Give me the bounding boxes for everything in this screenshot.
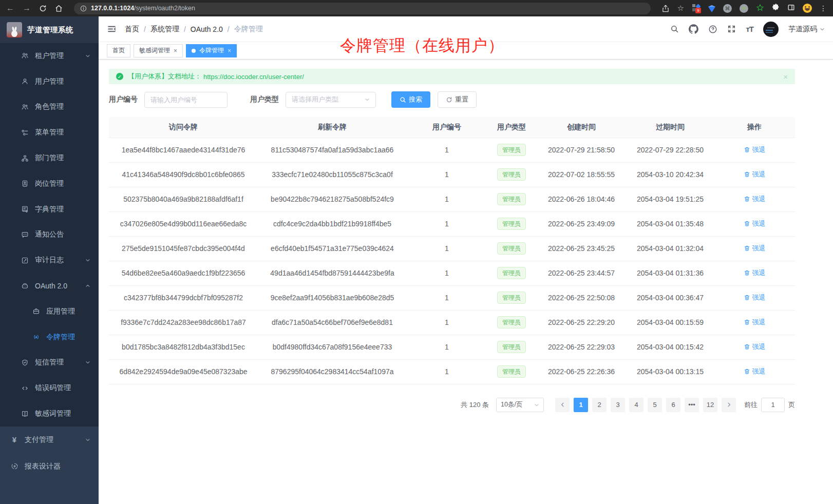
home-icon[interactable] (55, 5, 63, 12)
user-type-cell: 管理员 (487, 138, 536, 162)
hamburger-icon[interactable] (107, 24, 117, 34)
sidebar-item[interactable]: 部门管理 (0, 145, 99, 171)
force-logout-button[interactable]: 强退 (744, 195, 766, 204)
reset-button[interactable]: 重置 (438, 91, 477, 108)
force-logout-button[interactable]: 强退 (744, 318, 766, 327)
doc-link[interactable]: https://doc.iocoder.cn/user-center/ (203, 73, 304, 81)
extension-command-icon[interactable]: ⌘ (723, 4, 732, 13)
sidebar-item[interactable]: 通知公告 (0, 222, 99, 248)
force-logout-button[interactable]: 强退 (744, 145, 766, 154)
page-button[interactable]: 1 (574, 398, 588, 412)
page-button[interactable]: 5 (648, 398, 662, 412)
user-id-input[interactable] (144, 92, 228, 108)
user-id-cell: 1 (407, 211, 487, 236)
share-icon[interactable] (662, 5, 669, 12)
page-button[interactable]: 2 (592, 398, 607, 412)
table-row: 6d842e2924594de9a09e45e087323abe8796295f… (109, 359, 795, 384)
reload-icon[interactable] (39, 5, 47, 12)
sidebar-item[interactable]: 用户管理 (0, 69, 99, 94)
expire-time-cell: 2054-03-04 01:31:36 (627, 261, 714, 285)
extension-blocks-icon[interactable]: 9 (692, 4, 701, 12)
page-button[interactable]: 4 (629, 398, 643, 412)
force-logout-button[interactable]: 强退 (744, 170, 766, 179)
action-cell: 强退 (714, 359, 795, 384)
sidebar-item[interactable]: 角色管理 (0, 94, 99, 120)
bookmark-star-icon[interactable]: ☆ (677, 4, 684, 13)
breadcrumb-item[interactable]: 系统管理 (150, 25, 179, 34)
github-icon[interactable] (689, 24, 698, 34)
back-icon[interactable]: ← (6, 4, 14, 12)
sidebar-item[interactable]: 应用管理 (0, 299, 99, 324)
active-dot (192, 49, 196, 53)
sidebar-item[interactable]: 审计日志 (0, 247, 99, 273)
user-id-cell: 1 (407, 236, 487, 261)
sidebar-item[interactable]: OAuth 2.0 (0, 273, 99, 299)
forward-icon[interactable]: → (23, 4, 31, 12)
trash-icon (744, 269, 750, 276)
force-logout-button[interactable]: 强退 (744, 268, 766, 278)
user-avatar[interactable] (763, 22, 779, 37)
message-icon (21, 231, 29, 239)
extension-puzzle-icon[interactable] (772, 4, 780, 13)
sidebar-item[interactable]: 令牌管理 (0, 324, 99, 350)
table-row: c347026e805e4d99b0d116eae66eda8ccdfc4ce9… (109, 211, 795, 236)
page-button[interactable]: 3 (611, 398, 625, 412)
side-panel-icon[interactable] (787, 4, 795, 13)
app-logo-bar[interactable]: 芋道管理系统 (0, 16, 99, 43)
force-logout-button[interactable]: 强退 (744, 367, 766, 376)
refresh-token-cell: 333ecfc71e02480cb11055c875c3ca0f (258, 162, 407, 187)
more-pages-button[interactable]: ••• (685, 398, 699, 412)
browser-menu-icon[interactable]: ⋮ (820, 5, 827, 12)
extension-star-icon[interactable] (756, 4, 764, 13)
fullscreen-icon[interactable] (727, 25, 736, 33)
breadcrumb-item[interactable]: OAuth 2.0 (191, 25, 223, 33)
force-logout-button[interactable]: 强退 (744, 293, 766, 302)
edit-log-icon (21, 257, 29, 264)
search-icon[interactable] (670, 25, 679, 33)
address-bar[interactable]: 127.0.0.1:1024/system/oauth2/token (74, 3, 651, 14)
sidebar-item[interactable]: 字典管理 (0, 197, 99, 222)
sidebar-item[interactable]: 错误码管理 (0, 375, 99, 401)
prev-page-button[interactable] (555, 398, 570, 412)
user-type-tag: 管理员 (497, 168, 526, 181)
force-logout-button[interactable]: 强退 (744, 244, 766, 253)
force-logout-button[interactable]: 强退 (744, 342, 766, 352)
sidebar-item[interactable]: ¥支付管理 (0, 427, 99, 453)
page-button[interactable]: 12 (703, 398, 717, 412)
profile-avatar-icon[interactable] (803, 4, 812, 13)
next-page-button[interactable] (722, 398, 736, 412)
user-type-tag: 管理员 (497, 292, 526, 304)
page-button[interactable]: 6 (666, 398, 680, 412)
browser-toolbar: ← → 127.0.0.1:1024/system/oauth2/token ☆… (0, 0, 833, 16)
user-menu[interactable]: 芋道源码 (788, 25, 825, 34)
sidebar-item[interactable]: 敏感词管理 (0, 401, 99, 427)
font-size-icon[interactable]: тT (746, 25, 753, 33)
table-row: 1ea5e44f8bc1467aaede43144f31de76811c5304… (109, 138, 795, 162)
sidebar-item[interactable]: 菜单管理 (0, 120, 99, 145)
tab-item[interactable]: 首页 (107, 44, 130, 57)
user-type-select[interactable]: 请选择用户类型 (286, 92, 376, 108)
close-icon[interactable]: × (783, 72, 788, 81)
goto-page-input[interactable] (761, 398, 785, 412)
sidebar-item[interactable]: 报表设计器 (0, 453, 99, 480)
help-icon[interactable] (708, 25, 717, 34)
extension-gem-icon[interactable] (708, 7, 715, 12)
tab-item[interactable]: 敏感词管理× (134, 44, 183, 57)
tab-active[interactable]: 令牌管理× (186, 44, 237, 57)
extension-dot-icon[interactable] (740, 4, 748, 13)
open-book-icon (21, 410, 29, 418)
sidebar-item[interactable]: 短信管理 (0, 350, 99, 376)
breadcrumb-separator: / (144, 25, 146, 33)
user-type-cell: 管理员 (487, 335, 536, 359)
close-icon[interactable]: × (228, 47, 231, 54)
search-button[interactable]: 搜索 (391, 91, 430, 108)
close-icon[interactable]: × (174, 47, 177, 54)
sidebar-menu: 租户管理用户管理角色管理菜单管理部门管理岗位管理字典管理通知公告审计日志OAut… (0, 43, 99, 427)
site-info-icon[interactable] (80, 5, 87, 12)
sidebar-item[interactable]: 租户管理 (0, 43, 99, 69)
page-size-select[interactable]: 10条/页 (496, 398, 544, 412)
breadcrumb-item[interactable]: 首页 (125, 25, 139, 34)
broadcast-icon (32, 333, 40, 341)
force-logout-button[interactable]: 强退 (744, 219, 766, 228)
sidebar-item[interactable]: 岗位管理 (0, 171, 99, 197)
